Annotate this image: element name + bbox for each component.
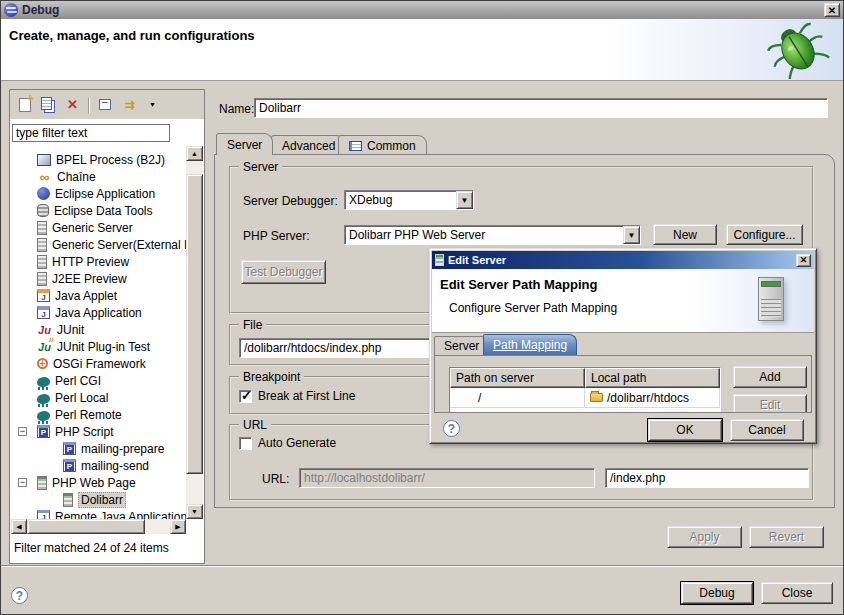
tree-item-junit[interactable]: JUnit (11, 321, 186, 338)
tree-item-mailing-prepare[interactable]: mailing-prepare (11, 440, 186, 457)
tab-advanced[interactable]: Advanced (271, 135, 346, 155)
scroll-up-icon[interactable]: ▲ (186, 146, 203, 161)
camel-icon (37, 411, 50, 421)
tree-item-label: Java Applet (55, 289, 117, 303)
tree-item-bpel-process-b2j-[interactable]: BPEL Process (B2J) (11, 151, 186, 168)
delete-configuration-icon[interactable]: ✕ (64, 96, 81, 113)
tree-item-perl-local[interactable]: Perl Local (11, 389, 186, 406)
tree-item-http-preview[interactable]: HTTP Preview (11, 253, 186, 270)
url-path-input[interactable] (605, 468, 809, 488)
scroll-down-icon[interactable]: ▼ (186, 504, 203, 519)
tree-item-junit-plug-in-test[interactable]: JUnit Plug-in Test (11, 338, 186, 355)
server-tower-icon (758, 277, 784, 321)
debug-bug-icon (765, 21, 831, 79)
tree-item-eclipse-data-tools[interactable]: Eclipse Data Tools (11, 202, 186, 219)
page-title: Create, manage, and run configurations (9, 28, 255, 43)
column-header-path-on-server[interactable]: Path on server (450, 368, 585, 388)
tree-item-perl-remote[interactable]: Perl Remote (11, 406, 186, 423)
dialog-help-icon[interactable]: ? (443, 420, 460, 437)
tree-item-mailing-send[interactable]: mailing-send (11, 457, 186, 474)
chain-icon (37, 169, 52, 184)
footer-separator (1, 565, 843, 567)
name-input[interactable] (254, 98, 828, 118)
close-window-button[interactable]: ✕ (824, 3, 840, 17)
url-base-input (299, 468, 595, 488)
apply-button[interactable]: Apply (667, 526, 742, 548)
tab-common[interactable]: Common (338, 135, 427, 155)
break-at-first-line-checkbox[interactable] (239, 390, 252, 403)
filter-launch-configurations-icon[interactable]: ⇉ (120, 96, 137, 113)
filter-menu-dropdown-icon[interactable]: ▼ (144, 96, 161, 113)
vertical-scroll-thumb[interactable] (186, 174, 203, 474)
table-row[interactable]: / /dolibarr/htdocs (450, 388, 720, 408)
php-icon (37, 425, 50, 438)
edit-server-title-bar[interactable]: Edit Server ✕ (432, 251, 814, 269)
tree-item-label: JUnit Plug-in Test (57, 340, 150, 354)
tree-item-php-script[interactable]: −PHP Script (11, 423, 186, 440)
header-banner: Create, manage, and run configurations (1, 19, 843, 81)
tree-item-eclipse-application[interactable]: Eclipse Application (11, 185, 186, 202)
server-debugger-select[interactable]: XDebug ▼ (344, 190, 474, 210)
tree-item-j2ee-preview[interactable]: J2EE Preview (11, 270, 186, 287)
php-server-select[interactable]: Dolibarr PHP Web Server ▼ (344, 225, 641, 245)
name-label: Name: (219, 102, 254, 116)
tree-item-label: Java Application (55, 306, 142, 320)
chevron-down-icon[interactable]: ▼ (623, 226, 640, 244)
new-server-button[interactable]: New (653, 224, 717, 245)
new-configuration-icon[interactable] (16, 96, 33, 113)
collapse-toggle-icon[interactable]: − (18, 427, 27, 436)
tree-item-java-applet[interactable]: Java Applet (11, 287, 186, 304)
configure-server-button[interactable]: Configure... (726, 224, 803, 245)
auto-generate-checkbox[interactable] (239, 437, 252, 450)
config-tree[interactable]: BPEL Process (B2J)ChaîneEclipse Applicat… (11, 146, 186, 519)
test-debugger-button[interactable]: Test Debugger (241, 260, 326, 284)
scroll-left-icon[interactable]: ◀ (11, 519, 27, 534)
tree-item-osgi-framework[interactable]: OSGi Framework (11, 355, 186, 372)
server-icon (37, 238, 47, 252)
tree-item-label: mailing-send (81, 459, 149, 473)
scroll-right-icon[interactable]: ▶ (170, 519, 186, 534)
close-dialog-button[interactable]: ✕ (796, 254, 811, 267)
tree-item-label: Remote Java Application (55, 510, 186, 520)
dialog-tab-path-mapping[interactable]: Path Mapping (483, 334, 577, 355)
chevron-down-icon[interactable]: ▼ (456, 191, 473, 209)
path-mapping-table[interactable]: Path on server Local path / /dolibarr/ht… (449, 367, 721, 413)
dialog-tab-server[interactable]: Server (434, 336, 489, 355)
cancel-button[interactable]: Cancel (730, 419, 804, 441)
tree-item-perl-cgi[interactable]: Perl CGI (11, 372, 186, 389)
tree-item-remote-java-application[interactable]: Remote Java Application (11, 508, 186, 519)
php-icon (63, 442, 76, 455)
ok-button[interactable]: OK (648, 419, 722, 441)
tree-item-dolibarr[interactable]: Dolibarr (11, 491, 186, 508)
close-button[interactable]: Close (761, 582, 833, 604)
tree-item-php-web-page[interactable]: −PHP Web Page (11, 474, 186, 491)
horizontal-scroll-thumb[interactable] (27, 519, 145, 534)
tab-server[interactable]: Server (216, 133, 273, 155)
tree-horizontal-scrollbar[interactable]: ◀ ▶ (11, 519, 186, 534)
revert-button[interactable]: Revert (749, 526, 824, 548)
local-path-cell[interactable]: /dolibarr/htdocs (585, 388, 720, 407)
osgi-icon (37, 358, 48, 369)
path-on-server-cell[interactable]: / (450, 388, 585, 407)
edit-mapping-button[interactable]: Edit (733, 394, 807, 413)
help-icon[interactable]: ? (11, 587, 28, 604)
japp-icon (37, 306, 50, 319)
collapse-all-icon[interactable] (96, 96, 113, 113)
filter-input[interactable] (12, 124, 170, 142)
camel-icon (37, 394, 50, 404)
debug-button[interactable]: Debug (681, 582, 753, 604)
add-mapping-button[interactable]: Add (733, 366, 807, 388)
server-debugger-label: Server Debugger: (243, 194, 338, 208)
server-icon (37, 272, 47, 286)
php-icon (63, 459, 76, 472)
collapse-toggle-icon[interactable]: − (18, 478, 27, 487)
tree-vertical-scrollbar[interactable]: ▲ ▼ (186, 146, 203, 519)
tree-item-generic-server-external-la[interactable]: Generic Server(External La (11, 236, 186, 253)
title-bar[interactable]: Debug ✕ (1, 1, 843, 19)
tree-item-java-application[interactable]: Java Application (11, 304, 186, 321)
tree-item-cha-ne[interactable]: Chaîne (11, 168, 186, 185)
tree-item-generic-server[interactable]: Generic Server (11, 219, 186, 236)
column-header-local-path[interactable]: Local path (585, 368, 720, 388)
edit-server-title: Edit Server (448, 254, 792, 266)
duplicate-configuration-icon[interactable] (40, 96, 57, 113)
